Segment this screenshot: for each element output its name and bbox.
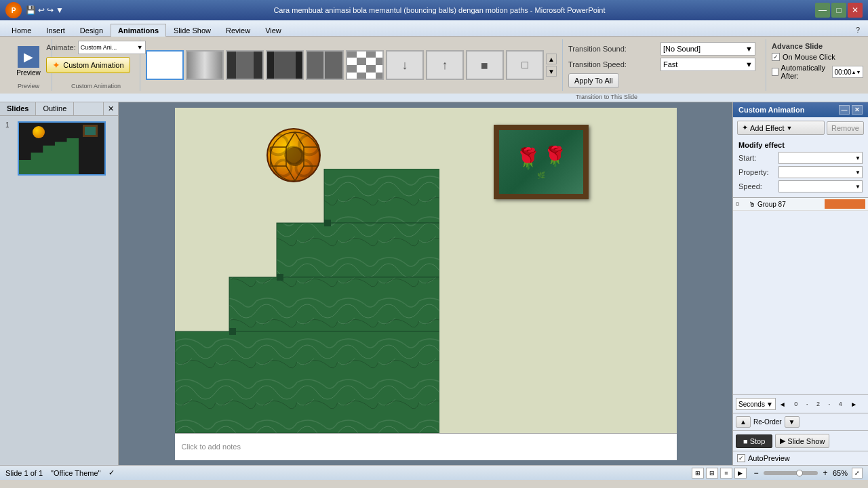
reorder-up-button[interactable]: ▲ bbox=[736, 416, 751, 428]
speed-combo[interactable]: ▼ bbox=[778, 180, 863, 192]
transition-wipe[interactable] bbox=[266, 50, 304, 80]
transition-split[interactable] bbox=[306, 50, 344, 80]
preview-group-label: Preview bbox=[18, 81, 39, 89]
svg-rect-9 bbox=[357, 65, 366, 73]
speed-combo[interactable]: Fast ▼ bbox=[660, 58, 755, 71]
slideshow-label: Slide Show bbox=[787, 437, 825, 445]
status-bar: Slide 1 of 1 "Office Theme" ✓ ⊞ ⊟ ≡ ▶ − … bbox=[0, 465, 868, 480]
auto-preview-label: AutoPreview bbox=[748, 454, 790, 462]
preview-label: Preview bbox=[16, 69, 41, 77]
transition-fade[interactable] bbox=[186, 50, 224, 80]
preview-button[interactable]: ▶ Preview bbox=[11, 43, 46, 80]
tab-animations[interactable]: Animations bbox=[111, 24, 166, 37]
slides-panel-close[interactable]: ✕ bbox=[103, 102, 118, 115]
start-combo[interactable]: ▼ bbox=[778, 152, 863, 164]
add-icon: ✦ bbox=[742, 123, 748, 132]
slide-canvas[interactable]: 🌹 🌹 🌿 bbox=[175, 108, 677, 433]
transition-diamond[interactable]: ◆ bbox=[466, 50, 504, 80]
transition-scroll-down[interactable]: ▼ bbox=[546, 66, 557, 77]
stop-label: Stop bbox=[750, 437, 766, 445]
time-spin[interactable]: ▲▼ bbox=[852, 70, 861, 75]
slideshow-view-btn[interactable]: ▶ bbox=[734, 468, 747, 479]
auto-preview-checkbox[interactable] bbox=[737, 454, 745, 462]
transition-scroll-up[interactable]: ▲ bbox=[546, 54, 557, 64]
transition-scroll: ▲ ▼ bbox=[546, 54, 557, 77]
sound-value: [No Sound] bbox=[663, 45, 701, 53]
maximize-button[interactable]: □ bbox=[831, 3, 846, 18]
transition-arrow-in[interactable]: ↓ bbox=[386, 50, 424, 80]
title-bar-left: P 💾 ↩ ↪ ▼ bbox=[5, 2, 64, 18]
window-controls[interactable]: — □ ✕ bbox=[815, 3, 863, 18]
transition-arrow-out[interactable]: ↑ bbox=[426, 50, 464, 80]
notes-area[interactable]: Click to add notes bbox=[175, 433, 677, 460]
close-button[interactable]: ✕ bbox=[848, 3, 863, 18]
start-label: Start: bbox=[738, 154, 776, 162]
zoom-slider[interactable] bbox=[764, 471, 818, 475]
speed-row: Speed: ▼ bbox=[738, 180, 863, 192]
animate-label: Animate: bbox=[46, 43, 75, 52]
property-combo[interactable]: ▼ bbox=[778, 166, 863, 178]
auto-after-time-input[interactable]: 00:00 ▲▼ bbox=[832, 66, 864, 78]
custom-animation-panel: Custom Animation — ✕ ✦ Add Effect ▼ Remo… bbox=[732, 102, 868, 465]
reorder-down-button[interactable]: ▼ bbox=[785, 416, 800, 428]
tab-insert[interactable]: Insert bbox=[39, 24, 73, 37]
timeline-item-group87[interactable]: 0 🖱 Group 87 bbox=[733, 198, 868, 211]
svg-rect-11 bbox=[376, 65, 382, 73]
quick-access-toolbar[interactable]: 💾 ↩ ↪ ▼ bbox=[26, 5, 64, 15]
zoom-out-button[interactable]: − bbox=[751, 468, 762, 479]
fit-window-button[interactable]: ⤢ bbox=[852, 468, 863, 479]
svg-point-26 bbox=[285, 147, 304, 166]
svg-rect-1 bbox=[357, 50, 366, 58]
add-effect-button[interactable]: ✦ Add Effect ▼ bbox=[737, 121, 825, 135]
tab-slides[interactable]: Slides bbox=[0, 102, 36, 115]
panel-header-buttons: — ✕ bbox=[839, 105, 863, 115]
svg-rect-5 bbox=[357, 58, 366, 65]
svg-rect-21 bbox=[175, 331, 439, 433]
slide-show-button[interactable]: ▶ Slide Show bbox=[775, 434, 829, 448]
seconds-combo[interactable]: Seconds ▼ bbox=[736, 398, 776, 410]
transition-checker[interactable] bbox=[346, 50, 384, 80]
stop-button[interactable]: ■ Stop bbox=[736, 434, 772, 448]
office-logo[interactable]: P bbox=[5, 2, 22, 18]
timeline-marker-0: 0 bbox=[789, 401, 803, 407]
tab-view[interactable]: View bbox=[258, 24, 289, 37]
tab-slideshow[interactable]: Slide Show bbox=[166, 24, 218, 37]
transition-blank[interactable] bbox=[146, 50, 184, 80]
minimize-button[interactable]: — bbox=[815, 3, 830, 18]
transition-options: Transition Sound: [No Sound] ▼ Transitio… bbox=[563, 39, 766, 91]
auto-after-checkbox[interactable] bbox=[772, 68, 778, 76]
transitions-area: ↓ ↑ ◆ □ ▲ ▼ bbox=[140, 39, 563, 91]
transition-push[interactable] bbox=[226, 50, 264, 80]
reading-view-btn[interactable]: ≡ bbox=[720, 468, 732, 479]
transition-box[interactable]: □ bbox=[506, 50, 544, 80]
animate-dropdown[interactable]: Custom Ani... ▼ bbox=[78, 41, 146, 54]
custom-animation-button[interactable]: ✦ Custom Animation bbox=[46, 57, 130, 73]
timeline-nav-right[interactable]: ► bbox=[848, 400, 859, 409]
remove-button[interactable]: Remove bbox=[827, 121, 864, 135]
ribbon-tabs: Home Insert Design Animations Slide Show… bbox=[0, 20, 868, 37]
timeline-nav-left[interactable]: ◄ bbox=[777, 400, 788, 409]
svg-rect-8 bbox=[347, 65, 357, 73]
slide-thumbnail-1[interactable] bbox=[18, 121, 106, 176]
property-label: Property: bbox=[738, 168, 776, 176]
add-effect-row: ✦ Add Effect ▼ Remove bbox=[733, 117, 868, 138]
sound-combo[interactable]: [No Sound] ▼ bbox=[660, 42, 755, 56]
tab-design[interactable]: Design bbox=[73, 24, 111, 37]
ribbon-help-btn[interactable]: ? bbox=[852, 24, 864, 36]
normal-view-btn[interactable]: ⊞ bbox=[692, 468, 704, 479]
tab-review[interactable]: Review bbox=[218, 24, 258, 37]
slide-sorter-btn[interactable]: ⊟ bbox=[706, 468, 718, 479]
slideshow-icon: ▶ bbox=[780, 436, 785, 445]
on-mouse-click-checkbox[interactable] bbox=[772, 53, 780, 61]
svg-rect-3 bbox=[376, 50, 382, 58]
panel-close-button[interactable]: ✕ bbox=[852, 105, 863, 115]
apply-to-all-button[interactable]: Apply To All bbox=[568, 73, 619, 88]
tab-outline[interactable]: Outline bbox=[36, 102, 74, 115]
auto-preview-row: AutoPreview bbox=[733, 451, 868, 465]
tab-home[interactable]: Home bbox=[4, 24, 39, 37]
svg-line-27 bbox=[286, 132, 295, 147]
zoom-in-button[interactable]: + bbox=[820, 468, 831, 479]
add-effect-dropdown-arrow: ▼ bbox=[787, 125, 793, 131]
panel-minimize-button[interactable]: — bbox=[839, 105, 850, 115]
start-combo-arrow: ▼ bbox=[855, 155, 861, 161]
